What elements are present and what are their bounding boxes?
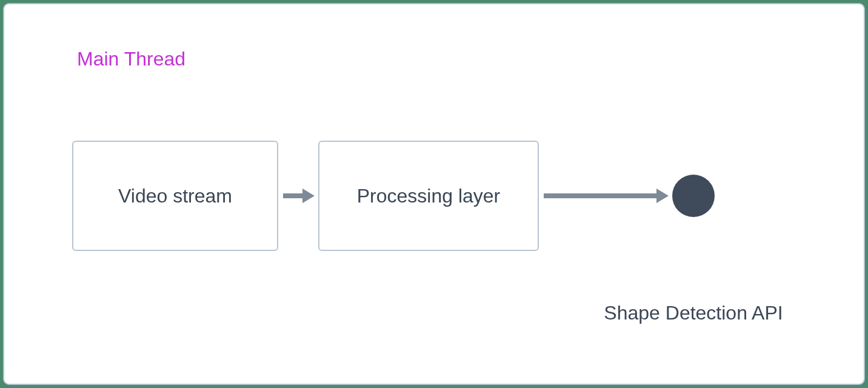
- diagram-container: Main Thread Video stream Processing laye…: [3, 3, 865, 385]
- diagram-title: Main Thread: [77, 48, 185, 70]
- video-stream-label: Video stream: [118, 185, 232, 207]
- processing-layer-box: Processing layer: [318, 141, 539, 251]
- flow-row: Video stream Processing layer Shape Dete…: [72, 141, 715, 251]
- arrow-icon: [278, 184, 318, 208]
- shape-detection-node: Shape Detection API: [672, 175, 715, 217]
- svg-marker-1: [302, 189, 315, 203]
- shape-detection-label: Shape Detection API: [604, 302, 783, 324]
- svg-marker-3: [656, 189, 669, 203]
- circle-icon: [672, 175, 715, 217]
- processing-layer-label: Processing layer: [357, 185, 501, 207]
- arrow-icon: [539, 184, 672, 208]
- video-stream-box: Video stream: [72, 141, 278, 251]
